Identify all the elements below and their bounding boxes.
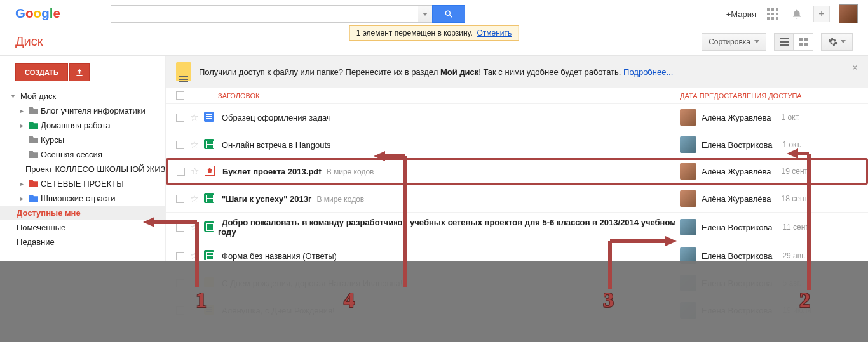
sidebar-item-recent[interactable]: Недавние <box>0 235 165 249</box>
sidebar-item-shared[interactable]: Доступные мне <box>0 206 165 220</box>
notifications-button[interactable] <box>789 6 804 22</box>
plus-icon: + <box>818 8 824 20</box>
arrow-4 <box>342 145 418 293</box>
sort-button[interactable]: Сортировка <box>702 33 766 51</box>
tree-label: Блог учителя информатики <box>41 106 146 115</box>
column-title[interactable]: ЗАГОЛОВОК <box>218 92 680 100</box>
svg-rect-18 <box>804 43 808 46</box>
callout-4: 4 <box>344 288 355 312</box>
sidebar-folder[interactable]: ▸Шпионские страсти <box>0 191 165 206</box>
apps-button[interactable] <box>765 6 780 22</box>
svg-rect-15 <box>799 38 803 41</box>
file-type-icon <box>205 166 215 176</box>
search-options-dropdown[interactable] <box>418 5 432 23</box>
owner-name: Алёна Журавлёва <box>702 194 771 204</box>
sidebar-item-starred[interactable]: Помеченные <box>0 220 165 235</box>
owner-cell: Алёна Журавлёва18 сент. <box>680 190 858 207</box>
star-icon[interactable]: ☆ <box>190 193 198 204</box>
sort-label: Сортировка <box>709 37 750 46</box>
file-row[interactable]: ☆Буклет проекта 2013.pdfВ мире кодовАлён… <box>166 158 868 185</box>
arrow-3 <box>607 235 683 294</box>
svg-rect-17 <box>799 43 803 46</box>
owner-avatar <box>680 109 696 126</box>
file-row[interactable]: ☆Он-лайн встреча в HangoutsЕлена Вострик… <box>166 131 868 158</box>
folder-icon <box>29 195 38 202</box>
search-button[interactable] <box>432 5 465 23</box>
star-icon[interactable]: ☆ <box>190 139 198 150</box>
grid-view-button[interactable] <box>794 34 813 50</box>
account-name[interactable]: +Мария <box>726 10 756 19</box>
sidebar-folder[interactable]: Осенняя сессия <box>0 147 165 162</box>
app-name: Диск <box>15 34 43 49</box>
folder-icon <box>29 107 38 114</box>
file-title: Форма без названия (Ответы) <box>222 251 337 261</box>
row-checkbox[interactable] <box>176 141 184 149</box>
owner-name: Алёна Журавлёва <box>702 167 771 176</box>
svg-rect-4 <box>771 8 774 11</box>
search-container <box>111 5 465 23</box>
svg-marker-27 <box>665 236 677 246</box>
folder-icon <box>29 136 38 143</box>
sidebar-folder[interactable]: ▸СЕТЕВЫЕ ПРОЕКТЫ <box>0 176 165 191</box>
row-checkbox[interactable] <box>176 195 184 203</box>
arrow-2 <box>787 147 818 295</box>
svg-rect-9 <box>767 17 770 20</box>
view-toggle <box>774 33 813 51</box>
callout-3: 3 <box>603 288 614 312</box>
tree-label: СЕТЕВЫЕ ПРОЕКТЫ <box>41 179 124 188</box>
row-checkbox[interactable] <box>176 114 184 122</box>
file-title-cell: "Шаги к успеху" 2013гВ мире кодов <box>218 194 680 204</box>
star-icon[interactable]: ☆ <box>191 166 199 176</box>
file-type-icon <box>204 139 214 149</box>
owner-name: Елена Вострикова <box>702 223 772 232</box>
file-row[interactable]: ☆Добро пожаловать в команду разработчико… <box>166 212 868 242</box>
learn-more-link[interactable]: Подробнее... <box>623 67 673 77</box>
top-bar: Google +Мария + <box>0 0 868 28</box>
file-title-cell: Он-лайн встреча в Hangouts <box>218 140 680 150</box>
svg-rect-13 <box>780 41 789 43</box>
sidebar-folder[interactable]: Курсы <box>0 133 165 147</box>
expand-icon: ▸ <box>20 122 27 129</box>
owner-avatar <box>680 190 696 207</box>
svg-rect-10 <box>771 17 774 20</box>
chevron-down-icon <box>754 40 759 43</box>
banner-close-button[interactable]: × <box>852 62 858 74</box>
owner-cell: Елена Вострикова1 окт. <box>680 136 858 153</box>
undo-toast: 1 элемент перемещен в корзину. Отменить <box>349 25 519 41</box>
upload-button[interactable] <box>69 63 90 81</box>
row-checkbox[interactable] <box>177 168 185 176</box>
gear-icon <box>828 37 838 47</box>
column-shared-date[interactable]: ДАТА ПРЕДОСТАВЛЕНИЯ ДОСТУПА <box>680 92 858 100</box>
owner-avatar <box>680 219 696 235</box>
list-view-button[interactable] <box>775 34 794 50</box>
search-input[interactable] <box>111 5 418 23</box>
tree-label: Проект КОЛЛЕСО ШКОЛЬНОЙ ЖИЗНИ <box>25 164 165 174</box>
file-type-icon <box>204 193 214 203</box>
google-logo[interactable]: Google <box>15 1 76 27</box>
star-icon[interactable]: ☆ <box>190 112 198 122</box>
callout-1: 1 <box>196 288 207 312</box>
create-button[interactable]: СОЗДАТЬ <box>15 63 68 81</box>
file-row[interactable]: ☆"Шаги к успеху" 2013гВ мире кодовАлёна … <box>166 185 868 212</box>
account-avatar[interactable] <box>839 4 858 23</box>
file-title: "Шаги к успеху" 2013г <box>222 194 311 204</box>
select-all-checkbox[interactable] <box>176 91 184 100</box>
sidebar-folder[interactable]: Проект КОЛЛЕСО ШКОЛЬНОЙ ЖИЗНИ <box>0 162 165 176</box>
file-title: Добро пожаловать в команду разработчиков… <box>218 218 676 237</box>
svg-rect-5 <box>776 8 778 11</box>
settings-button[interactable] <box>821 33 853 51</box>
file-row[interactable]: ☆Образец оформления задачАлёна Журавлёва… <box>166 103 868 131</box>
undo-link[interactable]: Отменить <box>477 29 512 37</box>
sidebar-folder[interactable]: ▸Домашняя работа <box>0 118 165 133</box>
sidebar-folder[interactable]: ▸Блог учителя информатики <box>0 103 165 118</box>
svg-rect-8 <box>776 13 778 15</box>
table-header: ЗАГОЛОВОК ДАТА ПРЕДОСТАВЛЕНИЯ ДОСТУПА <box>166 88 868 103</box>
share-plus-button[interactable]: + <box>813 6 830 22</box>
folder-icon <box>29 122 38 129</box>
tree-label: Курсы <box>41 135 64 145</box>
svg-rect-14 <box>780 44 789 46</box>
owner-name: Елена Вострикова <box>702 140 772 150</box>
svg-line-2 <box>450 15 452 18</box>
owner-avatar <box>680 163 696 180</box>
sidebar-item-mydrive[interactable]: ▾Мой диск <box>0 89 165 103</box>
